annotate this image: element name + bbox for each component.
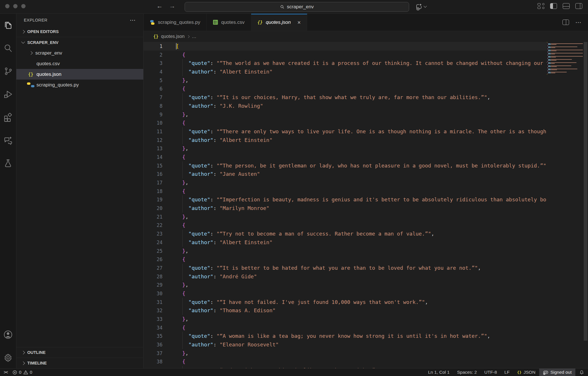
settings-gear-icon[interactable] (3, 353, 13, 362)
code-line-38[interactable]: 38 { (144, 357, 547, 366)
line-number: 8 (144, 102, 163, 111)
code-line-1[interactable]: 1[ (144, 42, 547, 51)
toggle-panel-button[interactable] (563, 3, 570, 9)
code-line-3[interactable]: 3 "quote": "“The world as we have create… (144, 59, 547, 68)
breadcrumb-file[interactable]: quotes.json (161, 34, 185, 39)
code-line-6[interactable]: 6 { (144, 84, 547, 93)
code-line-15[interactable]: 15 "quote": "“The person, be it gentlema… (144, 161, 547, 170)
minimize-window-button[interactable] (13, 4, 18, 8)
tree-item-scraper-env-folder[interactable]: scraper_env (16, 48, 143, 58)
customize-layout-button[interactable] (537, 3, 544, 9)
code-line-28[interactable]: 28 "author": "André Gide" (144, 272, 547, 281)
tab-quotes-csv[interactable]: quotes.csv (207, 14, 251, 31)
code-line-22[interactable]: 22 { (144, 221, 547, 230)
code-line-13[interactable]: 13 }, (144, 144, 547, 153)
problems-button[interactable]: 0 0 (12, 370, 32, 375)
line-number: 10 (144, 119, 163, 128)
indentation-button[interactable]: Spaces: 2 (453, 369, 481, 376)
editor-scrollbar[interactable] (584, 42, 587, 341)
code-line-14[interactable]: 14 { (144, 153, 547, 161)
explorer-more-actions-button[interactable]: ⋯ (130, 17, 136, 24)
copilot-signin-button[interactable]: Signed out (539, 369, 575, 376)
tab-quotes-json[interactable]: {} quotes.json × (251, 14, 307, 31)
json-file-icon: {} (28, 72, 33, 77)
command-center-search[interactable]: scraper_env (185, 2, 409, 12)
section-timeline[interactable]: TIMELINE (16, 358, 143, 368)
toggle-secondary-sidebar-button[interactable] (575, 3, 582, 9)
code-line-20[interactable]: 20 "author": "Marilyn Monroe" (144, 204, 547, 213)
close-window-button[interactable] (5, 4, 9, 8)
close-tab-icon[interactable]: × (297, 19, 301, 26)
encoding-button[interactable]: UTF-8 (481, 369, 501, 376)
code-line-30[interactable]: 30 { (144, 289, 547, 298)
remote-indicator-button[interactable]: >< (4, 370, 7, 375)
code-line-32[interactable]: 32 "author": "Thomas A. Edison" (144, 306, 547, 315)
line-number: 6 (144, 85, 163, 93)
code-line-34[interactable]: 34 { (144, 323, 547, 332)
code-line-11[interactable]: 11 "quote": "“There are only two ways to… (144, 127, 547, 136)
code-line-31[interactable]: 31 "quote": "“I have not failed. I've ju… (144, 298, 547, 306)
source-control-icon[interactable] (3, 66, 13, 76)
code-line-4[interactable]: 4 "author": "Albert Einstein" (144, 68, 547, 76)
code-lines[interactable]: 1[2 {3 "quote": "“The world as we have c… (144, 42, 547, 368)
extensions-icon[interactable] (3, 112, 13, 122)
code-line-19[interactable]: 19 "quote": "“Imperfection is beauty, ma… (144, 195, 547, 204)
testing-icon[interactable] (3, 158, 13, 168)
code-line-26[interactable]: 26 { (144, 255, 547, 264)
tab-scraping-quotes-py[interactable]: scraping_quotes.py (144, 14, 207, 31)
maximize-window-button[interactable] (21, 4, 26, 8)
window-controls (5, 4, 26, 8)
copilot-menu-button[interactable] (415, 3, 426, 10)
tree-item-quotes-json[interactable]: {} quotes.json (16, 69, 143, 80)
code-line-10[interactable]: 10 { (144, 119, 547, 127)
sidebar-title: EXPLORER (24, 18, 47, 22)
code-line-23[interactable]: 23 "quote": "“Try not to become a man of… (144, 230, 547, 238)
section-workspace-root[interactable]: SCRAPER_ENV (16, 37, 143, 48)
cursor-position-button[interactable]: Ln 1, Col 1 (424, 369, 453, 376)
code-line-35[interactable]: 35 "quote": "“A woman is like a tea bag;… (144, 332, 547, 340)
line-number: 23 (144, 230, 163, 238)
section-open-editors[interactable]: OPEN EDITORS (16, 26, 143, 37)
eol-button[interactable]: LF (501, 369, 513, 376)
code-line-2[interactable]: 2 { (144, 51, 547, 59)
vscode-window: ← → scraper_env (0, 0, 588, 376)
code-line-36[interactable]: 36 "author": "Eleanor Roosevelt" (144, 340, 547, 349)
code-line-39[interactable]: 39 "quote": "“A day without sunshine is … (144, 366, 547, 368)
line-number: 7 (144, 93, 163, 102)
code-line-37[interactable]: 37 }, (144, 349, 547, 358)
code-line-12[interactable]: 12 "author": "Albert Einstein" (144, 136, 547, 144)
code-line-7[interactable]: 7 "quote": "“It is our choices, Harry, t… (144, 93, 547, 102)
minimap[interactable] (547, 42, 583, 368)
code-line-33[interactable]: 33 }, (144, 315, 547, 323)
code-line-8[interactable]: 8 "author": "J.K. Rowling" (144, 102, 547, 110)
code-line-27[interactable]: 27 "quote": "“It is better to be hated f… (144, 264, 547, 272)
navigate-back-button[interactable]: ← (156, 2, 163, 10)
code-line-25[interactable]: 25 }, (144, 247, 547, 255)
split-editor-button[interactable] (562, 20, 569, 25)
code-line-17[interactable]: 17 }, (144, 178, 547, 187)
code-line-9[interactable]: 9 }, (144, 110, 547, 119)
code-line-5[interactable]: 5 }, (144, 76, 547, 85)
language-mode-button[interactable]: {} JSON (513, 369, 539, 376)
notifications-bell-button[interactable] (575, 369, 588, 376)
line-number: 12 (144, 136, 163, 145)
explorer-icon[interactable] (3, 20, 13, 30)
code-line-16[interactable]: 16 "author": "Jane Austen" (144, 170, 547, 178)
code-line-29[interactable]: 29 }, (144, 281, 547, 289)
error-count: 0 (19, 370, 22, 375)
account-icon[interactable] (3, 330, 13, 340)
code-line-21[interactable]: 21 }, (144, 213, 547, 221)
code-line-24[interactable]: 24 "author": "Albert Einstein" (144, 238, 547, 247)
search-view-icon[interactable] (3, 43, 13, 53)
section-outline[interactable]: OUTLINE (16, 347, 143, 358)
navigate-forward-button[interactable]: → (169, 2, 175, 10)
editor-more-actions-button[interactable]: ⋯ (575, 19, 582, 26)
chat-icon[interactable] (3, 135, 13, 145)
run-and-debug-icon[interactable] (3, 89, 13, 99)
tree-item-quotes-csv[interactable]: quotes.csv (16, 58, 143, 69)
code-line-18[interactable]: 18 { (144, 187, 547, 196)
breadcrumb-more[interactable]: … (192, 34, 196, 39)
tree-item-scraping-quotes-py[interactable]: scraping_quotes.py (16, 80, 143, 90)
toggle-primary-sidebar-button[interactable] (550, 3, 557, 9)
indent-guide (182, 68, 183, 76)
